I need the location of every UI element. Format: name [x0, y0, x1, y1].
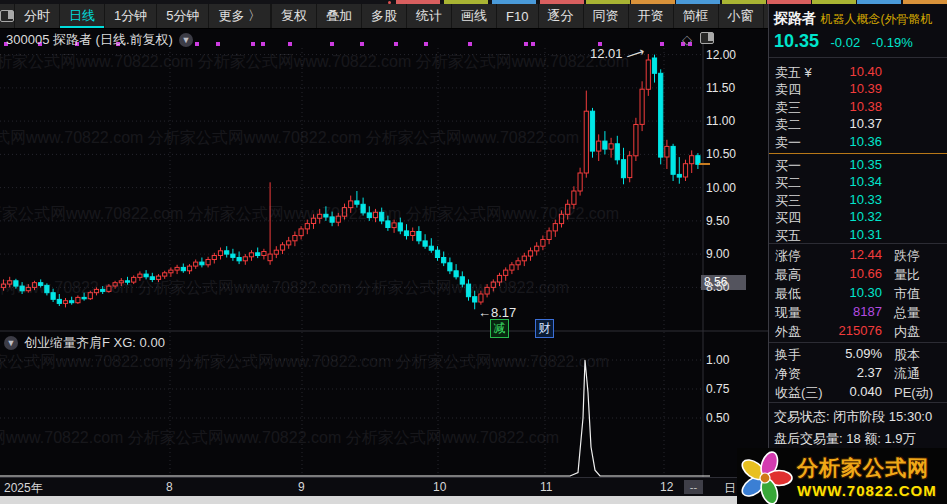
indicator-line — [0, 360, 710, 476]
ask-row[interactable]: 卖四10.39 — [769, 81, 947, 98]
toolbar-button[interactable]: 复权 — [272, 4, 317, 28]
top-color-tab[interactable] — [857, 0, 901, 4]
event-badge-financial[interactable]: 财 — [535, 319, 554, 338]
top-color-tab[interactable] — [767, 0, 811, 4]
price-chart-canvas[interactable] — [0, 28, 768, 477]
toolbar-period-item[interactable]: 更多 〉 — [209, 4, 271, 28]
bid-row[interactable]: 买五10.31 — [769, 227, 947, 244]
low-price-label: ←8.17 — [478, 305, 516, 320]
x-tick: 8 — [166, 480, 173, 494]
x-tick: 9 — [298, 480, 305, 494]
toolbar-button[interactable]: 小窗 — [719, 4, 764, 28]
main-y-tick: 9.50 — [706, 214, 760, 228]
top-color-tab[interactable] — [676, 0, 720, 4]
stock-name[interactable]: 探路者 — [774, 10, 816, 26]
bid-row-label: 买一 — [775, 157, 801, 175]
bid-row-label: 买四 — [775, 209, 801, 227]
top-color-tab[interactable] — [586, 0, 630, 4]
ask-row[interactable]: 卖三10.38 — [769, 99, 947, 116]
bid-row[interactable]: 买三10.33 — [769, 192, 947, 209]
bid-row[interactable]: 买四10.32 — [769, 209, 947, 226]
stat-row-value: 10.30 — [813, 285, 882, 300]
peak-price-label: 12.01 ⟶ — [590, 46, 645, 61]
toolbar-period-item[interactable]: 1分钟 — [105, 4, 157, 28]
split-window-icon — [0, 10, 14, 22]
price-change-pct: -0.19% — [872, 35, 913, 50]
gridlines — [0, 42, 768, 477]
main-y-tick: 11.00 — [706, 114, 760, 128]
fin-row-value: 0.040 — [813, 384, 882, 399]
top-tab-strip — [0, 0, 947, 4]
logo-url: WWW.70822.COM — [797, 482, 937, 499]
site-logo: 分析家公式网 WWW.70822.COM — [737, 448, 947, 504]
x-tick: 12 — [660, 480, 673, 494]
top-color-tab[interactable] — [396, 0, 440, 4]
stat-row-label: 涨停 — [775, 247, 801, 265]
chevron-down-icon[interactable]: ▼ — [4, 336, 18, 350]
ask-row-price: 10.38 — [819, 99, 882, 114]
ask-row[interactable]: 卖二10.37 — [769, 116, 947, 133]
bid-row-label: 买五 — [775, 227, 801, 245]
diamond-icon[interactable]: ◇ — [682, 32, 692, 47]
trading-app-window: 分时日线1分钟5分钟更多 〉 复权叠加多股统计画线F10逐分同资开资简框小窗标记… — [0, 0, 947, 504]
bid-row-label: 买二 — [775, 174, 801, 192]
toolbar-button[interactable]: 叠加 — [317, 4, 362, 28]
toolbar-button[interactable]: 同资 — [584, 4, 629, 28]
chevron-down-icon[interactable]: ▼ — [179, 33, 193, 47]
bid-row-price: 10.32 — [819, 209, 882, 224]
bid-row[interactable]: 买一10.35 — [769, 157, 947, 174]
stat-row-value: 215076 — [813, 323, 882, 338]
indicator-y-tick: 1.00 — [706, 353, 760, 367]
toolbar-button[interactable]: 统计 — [407, 4, 452, 28]
stat-row-right-label: 跌停 — [894, 247, 920, 265]
top-color-tab[interactable] — [631, 0, 675, 4]
top-color-tab[interactable] — [812, 0, 856, 4]
toolbar-button[interactable]: F10 — [497, 4, 538, 28]
toolbar-period-active[interactable]: 日线 — [60, 4, 105, 28]
ask-row-label: 卖一 — [775, 134, 801, 152]
main-y-tick: 8.50 — [706, 280, 760, 294]
top-color-tab[interactable] — [444, 0, 488, 4]
chart-title-text: 300005 探路者 (日线.前复权) — [6, 31, 173, 49]
divider — [769, 57, 947, 58]
mid-divider — [769, 153, 947, 154]
chart-area: 300005 探路者 (日线.前复权) ▼ ◇ 12.01 ⟶ ←8.17 减 … — [0, 28, 768, 496]
top-color-tab[interactable] — [903, 0, 947, 4]
toolbar-period-item[interactable]: 5分钟 — [157, 4, 209, 28]
divider — [769, 243, 947, 244]
concept-tag[interactable]: 机器人概念(外骨骼机 — [820, 12, 932, 26]
toolbar-button[interactable]: 画线 — [452, 4, 497, 28]
ask-row-price: 10.37 — [819, 116, 882, 131]
toolbar-button[interactable]: 开资 — [629, 4, 674, 28]
axis-dash-button[interactable]: -- — [684, 480, 703, 494]
toolbar-button[interactable]: 多股 — [362, 4, 407, 28]
stat-row-label: 现量 — [775, 304, 801, 322]
bid-row-price: 10.35 — [819, 157, 882, 172]
ask-row[interactable]: 卖一10.36 — [769, 134, 947, 151]
top-color-tab[interactable] — [540, 0, 584, 4]
top-color-tab[interactable] — [492, 0, 536, 4]
alert-dot — [388, 1, 391, 4]
stat-row-label: 最低 — [775, 285, 801, 303]
toolbar-button[interactable]: 逐分 — [539, 4, 584, 28]
bid-row[interactable]: 买二10.34 — [769, 174, 947, 191]
window-icon[interactable] — [700, 30, 714, 48]
bid-row-price: 10.31 — [819, 227, 882, 242]
fin-row-label: 净资 — [775, 365, 801, 383]
event-badge-reduction[interactable]: 减 — [490, 319, 509, 338]
fin-row-right-label: PE(动) — [894, 384, 933, 402]
layout-toggle-button[interactable] — [0, 4, 15, 28]
bid-row-price: 10.34 — [819, 174, 882, 189]
fin-row-right-label: 流通 — [894, 365, 920, 383]
top-color-tab[interactable] — [722, 0, 766, 4]
ask-row-label: 卖四 — [775, 81, 801, 99]
stat-row: 外盘215076内盘 — [769, 323, 947, 342]
main-y-tick: 12.00 — [706, 48, 760, 62]
main-y-tick: 9.00 — [706, 247, 760, 261]
stat-row-value: 8187 — [813, 304, 882, 319]
stat-row-right-label: 量比 — [894, 266, 920, 284]
toolbar-button[interactable]: 简框 — [674, 4, 719, 28]
ask-row[interactable]: 卖五 ¥10.40 — [769, 64, 947, 81]
toolbar-period-item[interactable]: 分时 — [15, 4, 60, 28]
period-tabs: 分时日线1分钟5分钟更多 〉 — [15, 4, 271, 28]
